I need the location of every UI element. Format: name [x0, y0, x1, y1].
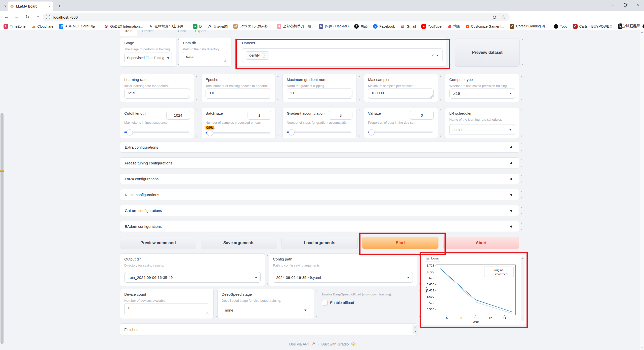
- batch-size-slider[interactable]: [206, 130, 271, 135]
- gradient-accumulation-number-input[interactable]: 8: [329, 111, 352, 120]
- site-info-icon[interactable]: i: [46, 15, 50, 19]
- cutoff-length-number-input[interactable]: 1024: [166, 111, 190, 120]
- slider-handle[interactable]: [127, 129, 133, 135]
- resize-handle-icon[interactable]: [206, 312, 208, 314]
- bookmark-item[interactable]: GGoDEX Internation...: [104, 24, 143, 29]
- address-bar[interactable]: i localhost:7860 ☆: [43, 13, 510, 21]
- config-path-value: 2024-09-06-16-35-49.yaml: [276, 275, 321, 280]
- bookmark-item[interactable]: ✎在树莓派4B上使用....: [148, 24, 187, 29]
- max-samples-input[interactable]: 100000: [368, 89, 434, 99]
- accordion-galore[interactable]: GaLore configurations◀: [120, 205, 519, 216]
- tab-evaluate-predict[interactable]: Evaluate & Predict: [137, 30, 173, 36]
- forward-icon[interactable]: →: [13, 13, 21, 21]
- bookmark-item[interactable]: P交易活動: [207, 24, 228, 29]
- close-button[interactable]: ×: [631, 0, 644, 10]
- bookmark-item[interactable]: ▶YouTube: [421, 24, 441, 29]
- all-bookmarks-folder[interactable]: 所有書籤: [619, 24, 640, 28]
- lr-scheduler-dropdown[interactable]: cosine ▼: [449, 124, 515, 135]
- preview-dataset-button[interactable]: Preview dataset: [455, 38, 520, 67]
- bookmark-item[interactable]: ☁Cloudflare: [31, 24, 54, 29]
- accordion-badam[interactable]: BAdam configurations◀: [120, 221, 519, 232]
- dataset-tag[interactable]: identity ×: [246, 51, 269, 60]
- scrollbar-down-icon[interactable]: ▼: [640, 347, 644, 349]
- save-arguments-button[interactable]: Save arguments: [201, 237, 277, 249]
- scrollbar-up-icon[interactable]: ▲: [640, 31, 644, 33]
- scrollbar-thumb[interactable]: [1, 113, 4, 344]
- output-dir-dropdown[interactable]: train_2024-09-06-16-35-49 ▼: [124, 272, 261, 283]
- tab-train[interactable]: Train: [119, 30, 137, 36]
- compute-type-dropdown[interactable]: bf16 ▼: [449, 89, 515, 99]
- resize-handle-icon[interactable]: [224, 60, 226, 62]
- bookmark-item[interactable]: 知ASP.NET Core中使...: [59, 24, 98, 29]
- dataset-multiselect[interactable]: identity × × ▼: [242, 48, 442, 62]
- bookmark-item[interactable]: H問題 - HackMD: [319, 24, 349, 29]
- accordion-extra-configurations[interactable]: Extra configurations◀: [120, 142, 519, 153]
- minimize-button[interactable]: –: [606, 0, 619, 10]
- device-count-input[interactable]: 1: [124, 303, 209, 316]
- bookmark-item[interactable]: CCorsair Gaming 海...: [510, 24, 548, 29]
- resize-handle-icon[interactable]: [349, 95, 351, 98]
- panel-scrollbar[interactable]: [521, 256, 525, 321]
- bookmark-item[interactable]: G全部都想手刀下載..: [277, 24, 313, 29]
- restore-button[interactable]: [619, 0, 631, 10]
- learning-rate-input[interactable]: 5e-5: [124, 89, 190, 99]
- url-text[interactable]: localhost:7860: [53, 15, 493, 19]
- slider-handle[interactable]: [289, 129, 295, 135]
- built-with-gradio-link[interactable]: Built with Gradio: [321, 342, 349, 346]
- browser-tab[interactable]: LLaMA Board ×: [8, 2, 53, 11]
- val-size-slider[interactable]: [368, 129, 434, 135]
- preview-command-button[interactable]: Preview command: [120, 237, 196, 249]
- config-path-dropdown[interactable]: 2024-09-06-16-35-49.yaml ▼: [273, 272, 413, 283]
- new-tab-button[interactable]: +: [56, 3, 63, 10]
- cutoff-length-slider[interactable]: [124, 129, 190, 135]
- bookmark-item[interactable]: tToby: [554, 24, 568, 29]
- resize-handle-icon[interactable]: [430, 95, 433, 98]
- step-down-icon[interactable]: ▼: [415, 331, 416, 332]
- bookmark-item[interactable]: ✈網路報到 | 中華航空...: [642, 24, 644, 29]
- bookmark-item[interactable]: +D: [193, 24, 202, 29]
- accordion-lora[interactable]: LoRA configurations◀: [120, 173, 519, 184]
- batch-size-number-input[interactable]: 1: [248, 111, 271, 120]
- accordion-freeze-tuning[interactable]: Freeze tuning configurations◀: [120, 157, 519, 168]
- data-dir-input[interactable]: data: [183, 52, 227, 63]
- zoom-icon[interactable]: [493, 16, 496, 19]
- resize-handle-icon[interactable]: [186, 95, 189, 98]
- home-icon[interactable]: ⌂: [34, 13, 42, 21]
- bookmark-item[interactable]: LTimeZone: [4, 24, 26, 29]
- tab-export[interactable]: Export: [190, 30, 210, 36]
- reload-icon[interactable]: ↻: [23, 13, 32, 21]
- gradient-accumulation-slider[interactable]: [287, 129, 352, 135]
- resize-handle-icon[interactable]: [268, 95, 270, 98]
- vertical-scrollbar[interactable]: ▲ ▼: [640, 30, 644, 350]
- back-icon[interactable]: ←: [2, 13, 11, 21]
- load-arguments-button[interactable]: Load arguments: [281, 237, 358, 249]
- clear-selection-icon[interactable]: ×: [429, 53, 436, 58]
- tag-remove-icon[interactable]: ×: [262, 53, 266, 58]
- deepspeed-stage-dropdown[interactable]: none ▼: [222, 305, 310, 315]
- accordion-rlhf[interactable]: RLHF configurations◀: [120, 189, 519, 200]
- bookmark-item[interactable]: MGmail: [400, 24, 416, 29]
- bookmark-item[interactable]: S商品: [354, 24, 368, 29]
- bookmark-item[interactable]: ◉地圖: [447, 24, 460, 29]
- chevron-down-icon[interactable]: ▼: [436, 54, 439, 57]
- bookmarks-overflow-chevron[interactable]: »: [610, 24, 612, 29]
- slider-handle[interactable]: [369, 129, 375, 135]
- bookmark-star-icon[interactable]: ☆: [502, 14, 506, 20]
- epochs-input[interactable]: 3.0: [206, 89, 271, 99]
- bookmark-item[interactable]: CCarts | iBUYPOWE...: [573, 24, 612, 29]
- val-size-number-input[interactable]: 0: [410, 111, 434, 120]
- use-via-api-link[interactable]: Use via API: [289, 342, 309, 346]
- bookmark-item[interactable]: Customize Gamer I...: [466, 24, 504, 28]
- max-grad-norm-input[interactable]: 1.0: [287, 89, 352, 99]
- step-up-icon[interactable]: ▲: [415, 327, 416, 329]
- tab-chat[interactable]: Chat: [173, 30, 190, 36]
- abort-button[interactable]: Abort: [443, 237, 519, 249]
- start-button[interactable]: Start: [362, 237, 438, 249]
- slider-handle[interactable]: [207, 130, 213, 136]
- stepper-control[interactable]: ▲▼: [413, 325, 418, 334]
- bookmark-item[interactable]: fFacebook: [373, 24, 395, 29]
- tab-close-icon[interactable]: ×: [48, 4, 51, 9]
- enable-offload-checkbox[interactable]: [322, 300, 328, 305]
- stage-dropdown[interactable]: Supervised Fine-Tuning ▼: [124, 53, 172, 63]
- bookmark-item[interactable]: MLet's 萬 | 天然果乾...: [233, 24, 271, 29]
